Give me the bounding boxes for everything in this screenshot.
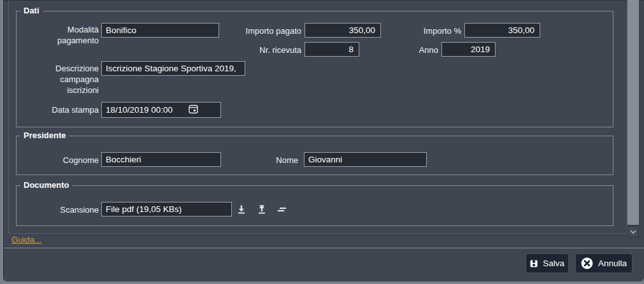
download-button[interactable] bbox=[234, 202, 248, 217]
importo-percento-label: Importo % bbox=[397, 25, 461, 36]
app-background: { "colors": { "dialog_bg": "#3f4652", "i… bbox=[0, 0, 644, 284]
salva-label: Salva bbox=[543, 259, 564, 268]
scroll-down-button[interactable] bbox=[627, 226, 639, 238]
nome-input[interactable] bbox=[304, 152, 427, 167]
nr-ricevuta-input[interactable] bbox=[304, 42, 359, 57]
chevron-down-icon bbox=[630, 230, 636, 234]
anno-input[interactable] bbox=[441, 42, 496, 57]
x-circle-icon bbox=[581, 257, 593, 269]
nome-label: Nome bbox=[234, 155, 298, 166]
data-stampa-label: Data stampa bbox=[35, 104, 99, 115]
group-documento-legend: Documento bbox=[20, 180, 73, 190]
descrizione-campagna-label: Descrizione campagna iscrizioni bbox=[46, 63, 99, 96]
importo-pagato-label: Importo pagato bbox=[225, 25, 301, 36]
clear-scan-button[interactable] bbox=[274, 202, 289, 217]
annulla-label: Annulla bbox=[598, 259, 627, 268]
scansione-input[interactable] bbox=[101, 202, 232, 217]
group-presidente-legend: Presidente bbox=[20, 131, 69, 141]
data-stampa-field bbox=[101, 102, 201, 117]
anno-label: Anno bbox=[375, 45, 438, 55]
cognome-label: Cognome bbox=[35, 155, 99, 166]
guida-link[interactable]: Guida... bbox=[11, 235, 41, 245]
modalita-pagamento-label: Modalità pagamento bbox=[51, 24, 99, 46]
importo-percento-input[interactable] bbox=[464, 23, 540, 38]
upload-button[interactable] bbox=[255, 202, 269, 217]
modalita-pagamento-input[interactable] bbox=[101, 23, 219, 38]
importo-pagato-input[interactable] bbox=[304, 23, 381, 38]
salva-button[interactable]: Salva bbox=[526, 253, 569, 273]
download-icon bbox=[236, 204, 247, 215]
descrizione-campagna-input[interactable] bbox=[101, 61, 245, 76]
scrollbar-thumb[interactable] bbox=[627, 0, 639, 225]
data-stampa-input[interactable] bbox=[101, 102, 221, 118]
annulla-button[interactable]: Annulla bbox=[575, 253, 633, 273]
calendar-icon bbox=[189, 104, 198, 114]
upload-icon bbox=[257, 204, 267, 215]
nr-ricevuta-label: Nr. ricevuta bbox=[225, 45, 301, 55]
clear-lines-icon bbox=[276, 204, 287, 215]
cognome-input[interactable] bbox=[101, 152, 221, 167]
floppy-disk-icon bbox=[530, 259, 538, 269]
calendar-button[interactable] bbox=[187, 103, 199, 115]
scansione-label: Scansione bbox=[35, 204, 99, 215]
group-dati-legend: Dati bbox=[20, 6, 43, 16]
footer-divider bbox=[4, 248, 644, 248]
